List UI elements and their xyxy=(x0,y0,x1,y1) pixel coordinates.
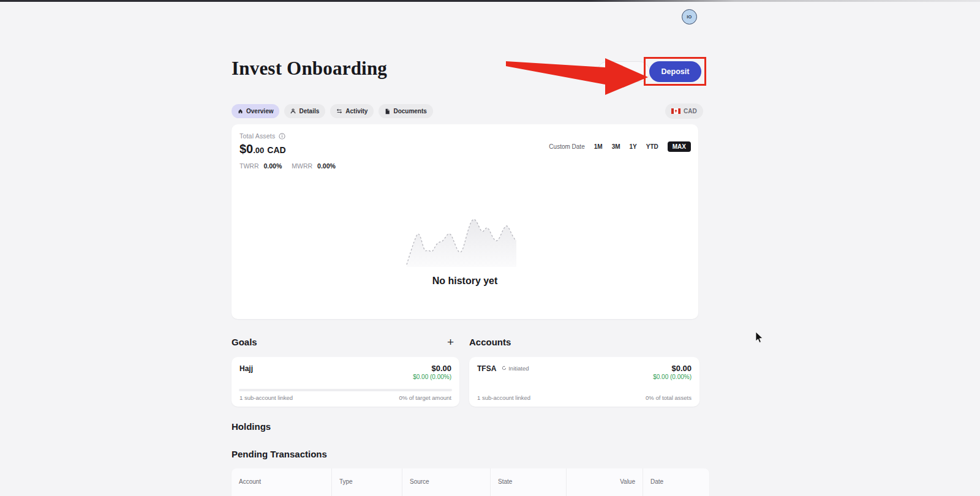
column-account: Account xyxy=(232,468,332,496)
range-selector: Custom Date 1M 3M 1Y YTD MAX xyxy=(549,141,691,152)
tab-label: Activity xyxy=(345,108,368,115)
total-assets-card: Total Assets $0.00CAD TWRR 0.00% MWRR 0.… xyxy=(232,124,698,319)
total-assets-label: Total Assets xyxy=(239,132,275,140)
account-value: $0.00 xyxy=(671,364,692,373)
info-icon[interactable] xyxy=(279,133,285,140)
range-1y[interactable]: 1Y xyxy=(630,143,637,150)
withdraw-button[interactable] xyxy=(597,61,650,82)
column-type: Type xyxy=(332,468,402,496)
goal-change: $0.00 (0.00%) xyxy=(413,374,451,380)
account-name-text: TFSA xyxy=(477,364,496,373)
account-change: $0.00 (0.00%) xyxy=(653,374,692,380)
avatar[interactable]: IO xyxy=(682,9,697,24)
amount-dollars: $0 xyxy=(239,142,253,156)
tab-label: Details xyxy=(299,108,319,115)
account-linked-label: 1 sub-account linked xyxy=(477,394,530,401)
placeholder-chart-icon xyxy=(405,213,525,267)
deposit-button[interactable]: Deposit xyxy=(649,61,701,82)
sync-icon xyxy=(502,366,507,370)
page-title: Invest Onboarding xyxy=(232,58,387,80)
range-custom-date[interactable]: Custom Date xyxy=(549,143,584,150)
empty-state-text: No history yet xyxy=(232,276,698,287)
total-assets-amount: $0.00CAD xyxy=(239,142,286,156)
pending-transactions-heading: Pending Transactions xyxy=(232,449,327,459)
account-status-text: Initiated xyxy=(508,365,529,372)
goal-name: Hajj xyxy=(239,364,253,373)
range-3m[interactable]: 3M xyxy=(612,143,620,150)
tab-documents[interactable]: Documents xyxy=(379,104,432,118)
amount-currency: CAD xyxy=(267,145,285,155)
holdings-heading: Holdings xyxy=(232,421,271,432)
account-name: TFSA Initiated xyxy=(477,364,529,373)
twrr-value: 0.00% xyxy=(264,162,282,170)
goal-value: $0.00 xyxy=(431,364,451,373)
returns-row: TWRR 0.00% MWRR 0.00% xyxy=(239,162,341,170)
tab-activity[interactable]: Activity xyxy=(330,104,374,118)
canada-flag-icon xyxy=(671,108,680,114)
invest-onboarding-page: IO Invest Onboarding Deposit Overview De… xyxy=(0,0,980,496)
goal-card-hajj[interactable]: Hajj $0.00 $0.00 (0.00%) 1 sub-account l… xyxy=(232,357,459,407)
currency-selector[interactable]: CAD xyxy=(665,103,703,119)
column-date: Date xyxy=(643,468,709,496)
tab-label: Overview xyxy=(246,108,273,115)
goal-progress-label: 0% of target amount xyxy=(399,394,451,401)
home-icon xyxy=(238,108,243,114)
goals-heading: Goals xyxy=(232,337,257,347)
tab-bar: Overview Details Activity Documents xyxy=(232,104,433,118)
accounts-heading: Accounts xyxy=(469,337,511,347)
twrr-label: TWRR xyxy=(239,162,259,170)
tab-overview[interactable]: Overview xyxy=(232,104,279,118)
column-source: Source xyxy=(402,468,491,496)
tab-label: Documents xyxy=(393,108,426,115)
column-state: State xyxy=(491,468,567,496)
pending-transactions-table-header: Account Type Source State Value Date xyxy=(232,468,709,496)
column-value: Value xyxy=(567,468,643,496)
person-icon xyxy=(290,108,296,114)
goal-progress-bar xyxy=(239,389,452,391)
account-status-badge: Initiated xyxy=(502,365,529,372)
tab-details[interactable]: Details xyxy=(284,104,325,118)
add-goal-button[interactable]: + xyxy=(447,336,454,349)
range-max[interactable]: MAX xyxy=(668,141,691,152)
document-icon xyxy=(385,108,390,115)
mwrr-label: MWRR xyxy=(292,162,312,170)
account-card-tfsa[interactable]: TFSA Initiated $0.00 $0.00 (0.00%) 1 sub… xyxy=(469,357,699,407)
currency-label: CAD xyxy=(684,108,697,115)
arrows-icon xyxy=(336,108,342,114)
amount-cents: .00 xyxy=(253,146,264,155)
mouse-cursor-icon xyxy=(755,332,764,344)
goal-linked-label: 1 sub-account linked xyxy=(239,394,293,401)
mwrr-value: 0.00% xyxy=(317,162,336,170)
range-1m[interactable]: 1M xyxy=(594,143,603,150)
window-top-edge xyxy=(0,0,980,2)
range-ytd[interactable]: YTD xyxy=(646,143,658,150)
account-progress-label: 0% of total assets xyxy=(646,394,692,401)
